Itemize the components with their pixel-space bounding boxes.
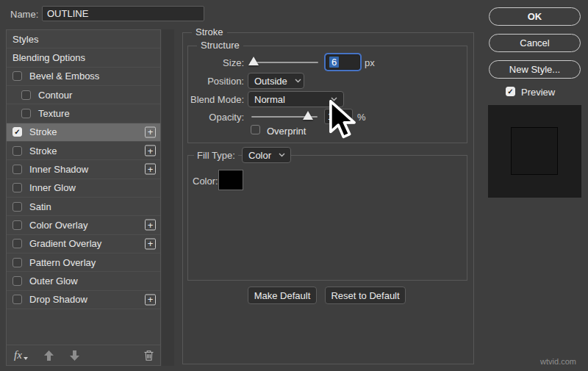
chevron-down-icon (295, 79, 301, 83)
checkbox-contour[interactable] (21, 90, 31, 100)
sidebar-item-label: Stroke (29, 145, 57, 156)
ok-button[interactable]: OK (489, 7, 581, 26)
new-style-button[interactable]: New Style... (489, 60, 581, 79)
opacity-slider-thumb[interactable] (303, 111, 313, 120)
overprint-label: Overprint (267, 126, 306, 137)
panel-title: Stroke (192, 26, 227, 37)
opacity-value: 100 (328, 111, 344, 122)
position-dropdown[interactable]: Outside (248, 73, 304, 89)
sidebar-item-drop-shadow[interactable]: Drop Shadow (7, 291, 160, 309)
duplicate-effect-button[interactable] (145, 164, 156, 175)
watermark: wtvid.com (540, 357, 576, 366)
duplicate-effect-button[interactable] (145, 220, 156, 231)
position-label: Position: (184, 76, 244, 87)
sidebar-item-label: Satin (29, 201, 51, 212)
blend-mode-dropdown[interactable]: Normal (248, 91, 344, 107)
checkbox-inner-shadow[interactable] (12, 165, 22, 174)
sidebar-item-label: Bevel & Emboss (29, 71, 99, 82)
sidebar-item-label: Blending Options (12, 52, 85, 63)
sidebar-item-label: Texture (38, 108, 70, 119)
fx-menu-caret-icon (24, 357, 28, 360)
sidebar-item-blending-options[interactable]: Blending Options (7, 48, 160, 67)
sidebar-item-label: Drop Shadow (29, 294, 87, 305)
trash-icon (143, 350, 154, 361)
sidebar-item-label: Contour (38, 90, 72, 101)
sidebar-item-label: Stroke (29, 126, 57, 137)
delete-effect-button[interactable] (143, 350, 154, 364)
checkbox-inner-glow[interactable] (12, 183, 22, 192)
overprint-checkbox[interactable] (251, 125, 260, 134)
make-default-button[interactable]: Make Default (248, 287, 317, 304)
up-arrow-icon (44, 350, 54, 361)
sidebar-item-bevel-emboss[interactable]: Bevel & Emboss (7, 68, 160, 86)
sidebar-list: StylesBlending OptionsBevel & EmbossCont… (7, 30, 160, 309)
sidebar-item-label: Inner Shadow (29, 164, 88, 175)
size-slider-track[interactable] (250, 62, 318, 63)
sidebar-item-contour[interactable]: Contour (7, 86, 160, 104)
structure-legend: Structure (197, 40, 243, 51)
duplicate-effect-button[interactable] (145, 238, 156, 249)
style-preview-thumbnail (488, 105, 581, 198)
sidebar-item-styles[interactable]: Styles (7, 30, 160, 48)
sidebar-item-color-overlay[interactable]: Color Overlay (7, 216, 160, 234)
checkbox-color-overlay[interactable] (12, 220, 22, 230)
sidebar-item-pattern-overlay[interactable]: Pattern Overlay (7, 253, 160, 272)
reset-to-default-button[interactable]: Reset to Default (325, 287, 406, 304)
fx-effects-icon[interactable]: fx (14, 349, 22, 361)
checkbox-satin[interactable] (12, 202, 22, 212)
size-slider-thumb[interactable] (248, 57, 259, 65)
position-value: Outside (254, 76, 287, 87)
preview-stroke-square (511, 127, 558, 175)
stroke-color-swatch[interactable] (218, 170, 243, 190)
name-label: Name: (10, 9, 38, 20)
checkbox-stroke[interactable] (12, 127, 22, 137)
sidebar-item-inner-shadow[interactable]: Inner Shadow (7, 160, 160, 179)
duplicate-effect-button[interactable] (145, 126, 156, 137)
color-label: Color: (193, 176, 218, 187)
chevron-down-icon (279, 153, 285, 157)
checkbox-pattern-overlay[interactable] (12, 258, 22, 267)
size-input[interactable]: 6 (326, 54, 360, 70)
preview-checkbox[interactable] (506, 87, 515, 96)
opacity-input[interactable]: 100 (324, 109, 353, 124)
sidebar-item-satin[interactable]: Satin (7, 198, 160, 216)
chevron-down-icon (331, 97, 337, 101)
sidebar-item-label: Outer Glow (29, 275, 78, 287)
down-arrow-icon (70, 350, 79, 361)
sidebar-item-label: Pattern Overlay (29, 257, 96, 268)
opacity-label: Opacity: (184, 112, 244, 123)
fill-type-dropdown[interactable]: Color (242, 147, 291, 163)
sidebar-item-outer-glow[interactable]: Outer Glow (7, 272, 160, 290)
cancel-button[interactable]: Cancel (489, 34, 581, 52)
styles-sidebar: StylesBlending OptionsBevel & EmbossCont… (6, 29, 161, 366)
sidebar-item-label: Styles (12, 34, 38, 45)
size-value: 6 (329, 57, 339, 68)
checkbox-gradient-overlay[interactable] (12, 239, 22, 248)
checkbox-drop-shadow[interactable] (12, 295, 22, 304)
sidebar-scroll-track[interactable] (162, 29, 174, 366)
fill-type-label: Fill Type: (194, 150, 238, 161)
sidebar-item-gradient-overlay[interactable]: Gradient Overlay (7, 235, 160, 253)
sidebar-item-texture[interactable]: Texture (7, 104, 160, 123)
size-unit-label: px (365, 57, 375, 68)
sidebar-footer: fx (7, 345, 160, 365)
duplicate-effect-button[interactable] (145, 294, 156, 305)
move-effect-up-button[interactable] (44, 350, 54, 361)
blend-mode-label: Blend Mode: (171, 94, 244, 105)
move-effect-down-button[interactable] (70, 350, 79, 361)
sidebar-item-inner-glow[interactable]: Inner Glow (7, 179, 160, 198)
size-label: Size: (184, 57, 244, 68)
checkbox-texture[interactable] (21, 109, 31, 118)
sidebar-item-label: Inner Glow (29, 182, 76, 193)
fill-type-value: Color (248, 150, 271, 161)
sidebar-item-stroke[interactable]: Stroke (7, 123, 160, 142)
preview-label: Preview (521, 87, 555, 98)
blend-mode-value: Normal (254, 94, 285, 105)
sidebar-item-stroke-2[interactable]: Stroke (7, 142, 160, 160)
duplicate-effect-button[interactable] (145, 145, 156, 156)
name-input[interactable] (42, 6, 204, 21)
opacity-unit-label: % (357, 112, 366, 123)
checkbox-bevel-emboss[interactable] (12, 71, 22, 81)
checkbox-outer-glow[interactable] (12, 276, 22, 286)
checkbox-stroke-2[interactable] (12, 146, 22, 156)
